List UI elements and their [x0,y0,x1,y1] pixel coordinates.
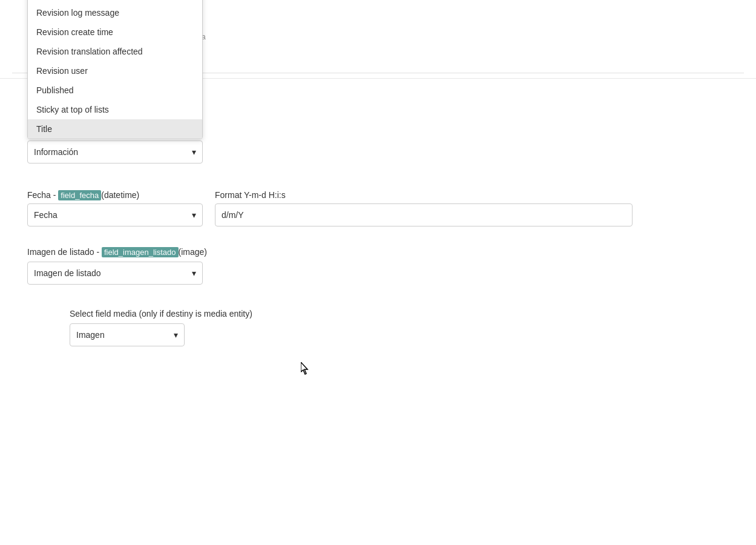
imagen-label: Imagen de listado - field_imagen_listado… [27,247,744,257]
informacion-select[interactable]: Información ▾ [27,140,203,164]
media-select[interactable]: Imagen ▾ [70,323,185,346]
fecha-label: Fecha - field_fecha(datetime) [27,190,203,200]
fecha-chevron-icon: ▾ [192,210,196,220]
fecha-field: Fecha - field_fecha(datetime) Fecha ▾ [27,190,203,226]
main-content: Imagen de listado Language Menu link ID … [0,79,756,373]
title-dropdown-menu: Imagen de listado Language Menu link ID … [27,0,203,139]
fecha-row: Fecha - field_fecha(datetime) Fecha ▾ Fo… [27,190,744,226]
imagen-label-left: Imagen de listado - [27,247,102,257]
media-select-value: Imagen [76,330,105,340]
format-label: Format Y-m-d H:i:s [215,190,633,200]
page-wrapper: d imp write comma limi write [0,0,756,545]
media-section: Select field media (only if destiny is m… [27,309,744,346]
format-field: Format Y-m-d H:i:s [215,190,633,226]
dropdown-item-title[interactable]: Title [28,119,202,139]
imagen-label-right: (image) [179,247,207,257]
imagen-chevron-icon: ▾ [192,268,196,278]
media-chevron-icon: ▾ [174,330,178,340]
imagen-section: Imagen de listado - field_imagen_listado… [27,247,744,285]
dropdown-item-sticky[interactable]: Sticky at top of lists [28,100,202,119]
svg-marker-0 [301,362,307,374]
cursor-indicator [301,362,312,377]
dropdown-item-revision-translation[interactable]: Revision translation affected [28,42,202,61]
imagen-label-highlight: field_imagen_listado [102,247,179,257]
imagen-select-value: Imagen de listado [34,268,101,278]
dropdown-item-revision-log[interactable]: Revision log message [28,3,202,22]
spacer-3 [27,299,744,309]
informacion-select-value: Información [34,147,78,157]
title-dropdown-container: Imagen de listado Language Menu link ID … [27,91,744,114]
media-label: Select field media (only if destiny is m… [70,309,744,319]
fecha-label-right: (datetime) [101,190,139,200]
informacion-chevron-icon: ▾ [192,147,196,157]
spacer-1 [27,178,744,190]
dropdown-item-revision-user[interactable]: Revision user [28,61,202,81]
format-input[interactable] [215,203,633,226]
fecha-select[interactable]: Fecha ▾ [27,203,203,226]
imagen-select[interactable]: Imagen de listado ▾ [27,262,203,285]
fecha-label-left: Fecha - [27,190,58,200]
dropdown-item-revision-create-time[interactable]: Revision create time [28,22,202,42]
dropdown-item-published[interactable]: Published [28,81,202,100]
fecha-select-value: Fecha [34,210,58,220]
fecha-label-highlight: field_fecha [58,190,101,200]
spacer-2 [27,241,744,247]
